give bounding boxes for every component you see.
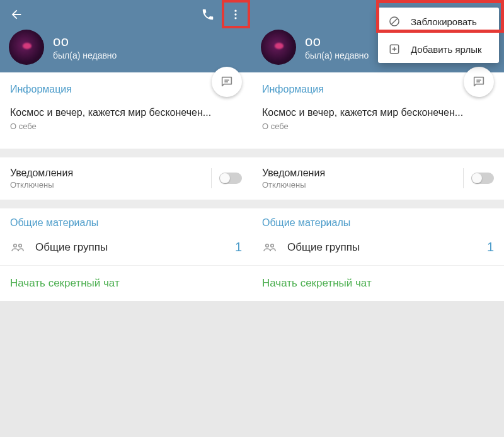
add-shortcut-icon bbox=[388, 43, 401, 55]
common-groups-count: 1 bbox=[235, 240, 242, 254]
back-button[interactable] bbox=[3, 1, 30, 28]
context-menu: Заблокировать Добавить ярлык bbox=[378, 8, 499, 63]
notifications-status: Отключены bbox=[10, 180, 211, 190]
avatar[interactable] bbox=[261, 30, 296, 65]
notifications-toggle[interactable] bbox=[471, 173, 494, 184]
shared-title: Общие материалы bbox=[252, 208, 504, 234]
arrow-left-icon bbox=[9, 8, 23, 21]
groups-icon bbox=[10, 240, 25, 255]
svg-point-1 bbox=[234, 13, 236, 15]
secret-chat-label: Начать секретный чат bbox=[10, 277, 242, 290]
common-groups-label: Общие группы bbox=[35, 241, 235, 254]
message-fab[interactable] bbox=[212, 67, 242, 97]
divider bbox=[463, 168, 464, 188]
profile-row: oo был(а) недавно bbox=[0, 30, 252, 65]
message-fab[interactable] bbox=[464, 67, 494, 97]
notifications-status: Отключены bbox=[262, 180, 463, 190]
common-groups-label: Общие группы bbox=[287, 241, 487, 254]
bio-label: О себе bbox=[10, 122, 242, 131]
svg-point-15 bbox=[271, 244, 274, 247]
menu-item-shortcut[interactable]: Добавить ярлык bbox=[378, 35, 499, 63]
header: oo был(а) недавно bbox=[0, 0, 252, 72]
common-groups-row[interactable]: Общие группы 1 bbox=[0, 234, 252, 265]
shared-section: Общие материалы Общие группы 1 bbox=[0, 208, 252, 265]
notifications-title: Уведомления bbox=[10, 167, 211, 179]
info-title: Информация bbox=[262, 84, 494, 95]
block-icon bbox=[388, 15, 401, 28]
menu-item-block[interactable]: Заблокировать bbox=[378, 8, 499, 35]
secret-chat-row[interactable]: Начать секретный чат bbox=[0, 265, 252, 301]
username: oo bbox=[53, 34, 117, 49]
last-seen-status: был(а) недавно bbox=[53, 50, 117, 60]
avatar[interactable] bbox=[9, 30, 44, 65]
profile-pane-left: oo был(а) недавно Информация Космос и ве… bbox=[0, 0, 252, 437]
menu-block-label: Заблокировать bbox=[411, 16, 477, 27]
shared-section: Общие материалы Общие группы 1 bbox=[252, 208, 504, 265]
common-groups-row[interactable]: Общие группы 1 bbox=[252, 234, 504, 265]
notifications-row[interactable]: Уведомления Отключены bbox=[252, 157, 504, 200]
common-groups-count: 1 bbox=[487, 240, 494, 254]
secret-chat-label: Начать секретный чат bbox=[262, 277, 494, 290]
svg-point-6 bbox=[19, 244, 22, 247]
message-icon bbox=[220, 75, 234, 89]
call-button[interactable] bbox=[194, 1, 222, 28]
menu-shortcut-label: Добавить ярлык bbox=[411, 44, 482, 55]
last-seen-status: был(а) недавно bbox=[305, 50, 369, 60]
message-icon bbox=[472, 75, 486, 89]
notifications-toggle[interactable] bbox=[219, 173, 242, 184]
svg-point-2 bbox=[234, 17, 236, 19]
groups-icon bbox=[262, 240, 277, 255]
phone-icon bbox=[201, 8, 215, 21]
divider bbox=[211, 168, 212, 188]
toolbar bbox=[0, 0, 252, 28]
bio-text: Космос и вечер, кажется мир бесконечен..… bbox=[10, 106, 242, 120]
notifications-title: Уведомления bbox=[262, 167, 463, 179]
svg-point-14 bbox=[266, 244, 269, 247]
bio-text: Космос и вечер, кажется мир бесконечен..… bbox=[262, 106, 494, 120]
svg-point-5 bbox=[14, 244, 17, 247]
bio-label: О себе bbox=[262, 122, 494, 131]
more-vert-icon bbox=[229, 8, 242, 21]
shared-title: Общие материалы bbox=[0, 208, 252, 234]
notifications-row[interactable]: Уведомления Отключены bbox=[0, 157, 252, 200]
svg-point-0 bbox=[234, 9, 236, 11]
more-button[interactable] bbox=[222, 1, 249, 28]
username: oo bbox=[305, 34, 369, 49]
profile-pane-right: oo был(а) недавно Заблокировать Добавить… bbox=[252, 0, 504, 437]
secret-chat-row[interactable]: Начать секретный чат bbox=[252, 265, 504, 301]
svg-line-10 bbox=[391, 18, 397, 24]
info-title: Информация bbox=[10, 84, 242, 95]
